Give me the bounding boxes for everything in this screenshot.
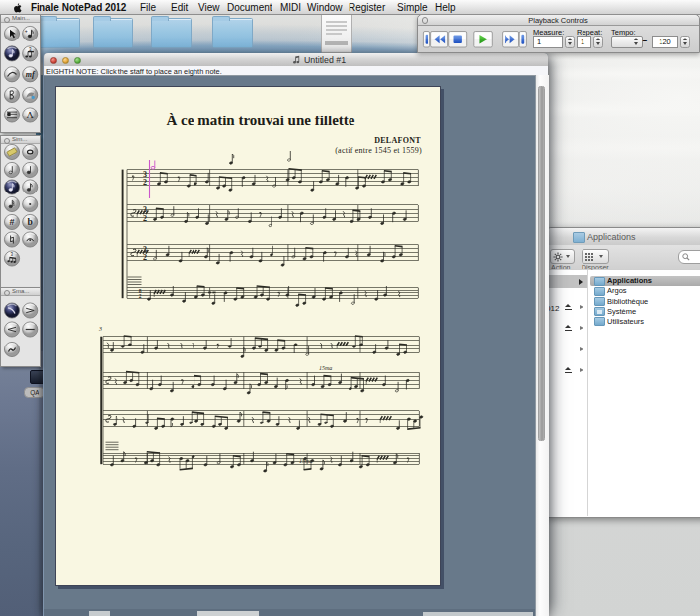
svg-text:(actif entre 1545 et 1559): (actif entre 1545 et 1559) <box>335 146 422 155</box>
svg-text:3: 3 <box>98 326 102 332</box>
svg-text:2: 2 <box>143 178 147 187</box>
svg-text:2: 2 <box>143 214 147 223</box>
svg-text:mf: mf <box>26 70 36 79</box>
svg-text:15ma: 15ma <box>319 365 332 371</box>
svg-text:#: # <box>9 217 14 227</box>
svg-text:A: A <box>27 110 35 120</box>
svg-text:+: + <box>25 28 28 34</box>
svg-text:À ce matin trouvai une fillett: À ce matin trouvai une fillette <box>167 113 355 128</box>
svg-text:b: b <box>28 217 33 227</box>
svg-text:DELAFONT: DELAFONT <box>374 136 421 145</box>
svg-text:2: 2 <box>139 293 142 299</box>
svg-text:2: 2 <box>143 253 147 262</box>
